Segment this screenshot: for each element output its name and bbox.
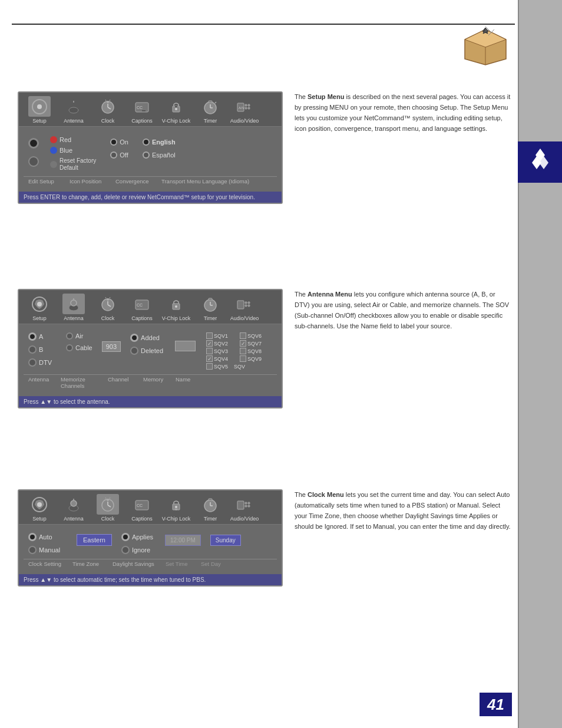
- svg-text:CC: CC: [137, 106, 143, 110]
- sidebar-item-audiovideo[interactable]: A/V Audio/Video: [229, 96, 260, 124]
- antenna-menu-panel: Setup Antenna: [18, 289, 283, 409]
- m3-captions-icon[interactable]: CC Captions: [126, 494, 158, 522]
- clock-menu-panel: Setup Antenna: [18, 489, 283, 587]
- added-radio[interactable]: Added: [130, 334, 163, 342]
- svg-line-48: [110, 297, 110, 298]
- svg-text:CC: CC: [137, 503, 143, 508]
- timezone-eastern[interactable]: Eastern: [77, 534, 112, 546]
- sqv4-checkbox[interactable]: ✓ SQV4: [206, 355, 239, 362]
- set-day-box[interactable]: Sunday: [210, 534, 241, 546]
- menu2-col-labels: Antenna Memorize Channels Channel Memory…: [24, 374, 277, 391]
- manual-radio[interactable]: Manual: [28, 546, 70, 554]
- svg-line-19: [105, 100, 106, 101]
- auto-radio[interactable]: Auto: [28, 533, 70, 541]
- sqv6-checkbox[interactable]: SQV6: [240, 332, 272, 339]
- svg-rect-57: [237, 301, 244, 309]
- m3-setup-icon[interactable]: Setup: [24, 494, 55, 522]
- svg-text:A/V: A/V: [239, 106, 244, 110]
- sqv8-checkbox[interactable]: SQV8: [240, 348, 272, 354]
- menu3-topbar: Setup Antenna: [19, 490, 282, 525]
- sidebar-item-setup[interactable]: Setup: [24, 96, 55, 124]
- menu3-content: Auto Manual Eastern Applies Ign: [19, 525, 282, 574]
- sidebar-item-captions[interactable]: CC Captions: [126, 96, 158, 124]
- sov-grid: SQV1 SQV6 ✓ SQV2 ✓ SQV7 SQV3: [206, 332, 272, 370]
- svg-rect-35: [245, 107, 247, 109]
- on-radio[interactable]: On: [110, 139, 128, 146]
- svg-line-71: [105, 498, 106, 499]
- menu1-content: Red Blue Reset FactoryDefault On: [19, 127, 282, 192]
- svg-rect-30: [209, 101, 212, 103]
- m3-av-icon[interactable]: Audio/Video: [229, 494, 260, 522]
- svg-rect-56: [209, 298, 212, 300]
- svg-rect-58: [245, 302, 247, 304]
- sqv5-row[interactable]: SQV5 SQV: [206, 363, 272, 370]
- svg-point-76: [175, 506, 177, 508]
- right-text-section1: The Setup Menu is described on the next …: [295, 91, 512, 134]
- svg-rect-84: [248, 502, 250, 504]
- svg-point-70: [107, 499, 109, 501]
- m2-timer-icon[interactable]: Timer: [194, 294, 226, 321]
- sqv1-checkbox[interactable]: SQV1: [206, 332, 239, 339]
- svg-point-18: [107, 101, 109, 103]
- sidebar-item-antenna[interactable]: Antenna: [58, 96, 90, 124]
- off-radio[interactable]: Off: [110, 151, 128, 159]
- icon-position-radio[interactable]: [28, 156, 41, 167]
- svg-rect-86: [248, 505, 250, 507]
- svg-rect-81: [209, 499, 212, 500]
- set-time-box[interactable]: 12:00 PM: [165, 534, 201, 546]
- edit-setup-radio[interactable]: [28, 137, 41, 149]
- menu1-col-labels: Edit Setup Icon Position Convergence Tra…: [24, 176, 277, 187]
- antenna-dtv-radio[interactable]: DTV: [28, 358, 58, 367]
- svg-point-39: [37, 302, 42, 307]
- svg-rect-61: [248, 305, 250, 307]
- sidebar-item-timer[interactable]: Timer: [194, 96, 226, 124]
- channel-number-box[interactable]: 903: [102, 341, 121, 351]
- sidebar-item-clock[interactable]: Clock: [92, 96, 124, 124]
- applies-radio[interactable]: Applies: [121, 533, 153, 541]
- svg-rect-85: [245, 505, 247, 507]
- m2-antenna-icon[interactable]: Antenna: [58, 294, 90, 321]
- m3-timer-icon[interactable]: Timer: [194, 494, 226, 522]
- m3-clock-icon[interactable]: Clock: [92, 494, 124, 522]
- sqv7-checkbox[interactable]: ✓ SQV7: [240, 340, 272, 347]
- svg-point-52: [175, 305, 177, 308]
- svg-rect-23: [142, 110, 146, 111]
- decorative-box-icon: [462, 27, 509, 70]
- m2-captions-icon[interactable]: CC Captions: [126, 294, 158, 321]
- sidebar-item-vchip[interactable]: V-Chip Lock: [160, 96, 192, 124]
- menu1-status: Press ENTER to change, add, delete or re…: [19, 192, 282, 203]
- blue-option: Blue: [50, 147, 96, 154]
- air-radio[interactable]: Air: [66, 332, 92, 340]
- right-text-section2: The Antenna Menu lets you configure whic…: [295, 289, 512, 332]
- ignore-radio[interactable]: Ignore: [121, 546, 153, 554]
- menu1-topbar: Setup Antenna: [19, 93, 282, 127]
- svg-line-20: [110, 100, 110, 101]
- deleted-radio[interactable]: Deleted: [130, 347, 163, 355]
- right-sidebar: [518, 0, 562, 728]
- svg-rect-33: [245, 104, 247, 106]
- svg-rect-26: [175, 106, 177, 107]
- sqv3-checkbox[interactable]: SQV3: [206, 348, 239, 354]
- svg-text:CC: CC: [137, 303, 143, 307]
- sqv2-checkbox[interactable]: ✓ SQV2: [206, 340, 239, 347]
- name-box[interactable]: [175, 341, 196, 354]
- reset-factory-option: Reset FactoryDefault: [50, 157, 96, 172]
- red-option: Red: [50, 136, 96, 143]
- antenna-b-radio[interactable]: B: [28, 345, 58, 354]
- m2-av-icon[interactable]: Audio/Video: [229, 294, 260, 321]
- espanol-radio[interactable]: Español: [143, 151, 176, 159]
- svg-rect-83: [245, 502, 247, 504]
- svg-rect-36: [248, 107, 250, 109]
- cable-radio[interactable]: Cable: [66, 344, 92, 351]
- m2-clock-icon[interactable]: Clock: [92, 294, 124, 321]
- m2-setup-icon[interactable]: Setup: [24, 294, 55, 321]
- m3-vchip-icon[interactable]: V-Chip Lock: [160, 494, 192, 522]
- m2-vchip-icon[interactable]: V-Chip Lock: [160, 294, 192, 321]
- antenna-a-radio[interactable]: A: [28, 332, 58, 341]
- svg-line-47: [105, 297, 106, 298]
- m3-antenna-icon[interactable]: Antenna: [58, 494, 90, 522]
- english-radio[interactable]: English: [143, 139, 176, 146]
- svg-line-31: [215, 102, 216, 103]
- svg-point-25: [175, 108, 177, 110]
- sqv9-checkbox[interactable]: SQV9: [240, 355, 272, 362]
